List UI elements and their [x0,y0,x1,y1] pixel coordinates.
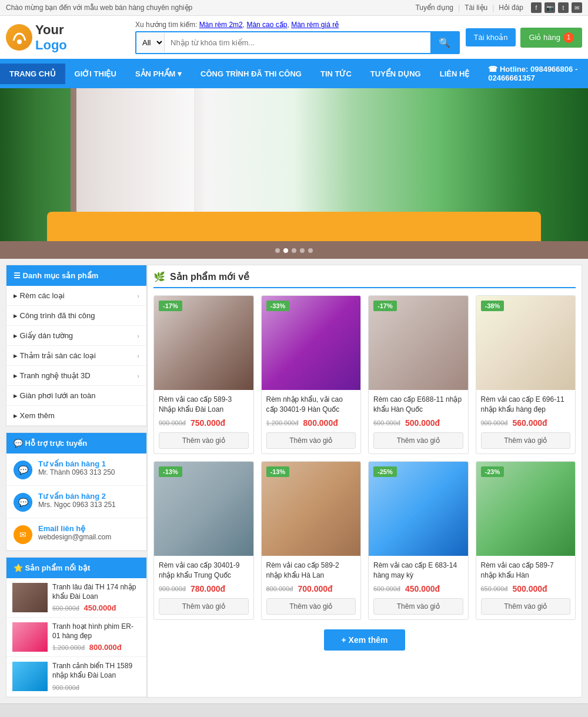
support-name-2[interactable]: Tư vấn bán hàng 2 [38,492,139,501]
nav-trang-chu[interactable]: TRANG CHỦ [0,64,65,84]
nav-cong-trinh[interactable]: CÔNG TRÌNH ĐÃ THI CÔNG [191,64,311,84]
account-button[interactable]: Tài khoản [466,28,516,46]
featured-img-2 [12,622,48,652]
sidebar: ☰ Danh mục sản phẩm ▸ Rèm các loại › ▸ C… [6,265,147,698]
top-bar: Chào mừng bạn đến với mẫu web bán hàng c… [0,0,588,16]
search-input[interactable] [165,34,430,52]
arrow-icon-3: › [137,352,139,359]
email-support-icon: ✉ [14,525,32,544]
new-price-8: 500.000đ [512,584,547,593]
product-name-3: Rèm cao cấp E688-11 nhập khẩu Hàn Quốc [373,395,463,415]
support-section: 💬 Hỗ trợ trực tuyến 💬 Tư vấn bán hàng 1 … [6,432,147,551]
discount-badge-5: -13% [159,466,182,477]
email-icon[interactable]: ✉ [572,2,582,13]
hero-image [0,88,588,259]
cat-tham[interactable]: ▸ Thảm trải sàn các loại › [6,346,146,366]
trend-link-2[interactable]: Màn cao cấp [246,21,287,29]
nav-tuyen-dung[interactable]: TUYỂN DỤNG [361,64,430,84]
search-bar: All 🔍 [135,31,460,54]
support-item-2: 💬 Tư vấn bán hàng 2 Mrs. Ngọc 0963 313 2… [6,486,146,518]
add-cart-btn-8[interactable]: Thêm vào giỏ [481,598,571,615]
add-cart-btn-3[interactable]: Thêm vào giỏ [373,432,463,449]
add-cart-btn-5[interactable]: Thêm vào giỏ [159,598,249,615]
old-price-3: 600.000đ [373,419,400,426]
search-button[interactable]: 🔍 [430,32,459,53]
logo-logo: Logo [35,38,129,53]
product-name-5: Rèm vải cao cấp 30401-9 nhập khẩu Trung … [159,561,249,581]
cart-button[interactable]: Giỏ hàng 1 [520,28,582,48]
nav-san-pham[interactable]: SẢN PHẨM ▾ [126,64,191,84]
hero-dots [275,248,313,253]
product-card-8: -23% Rèm vải cao cấp 589-7 nhập khẩu Hàn… [476,461,576,620]
cat-xem-them[interactable]: ▸ Xem thêm [6,406,146,426]
old-price-5: 900.000đ [159,585,186,592]
product-name-1: Rèm vải cao cấp 589-3 Nhập khẩu Đài Loan [159,395,249,415]
add-cart-btn-4[interactable]: Thêm vào giỏ [481,432,571,449]
featured-item-2[interactable]: Tranh hoạt hình phim ER-01 hàng đẹp 1.20… [6,618,146,657]
new-price-4: 560.000đ [512,418,547,428]
product-name-7: Rèm vải cao cấp E 683-14 hàng may kỳ [373,561,463,581]
hero-dot-5[interactable] [308,248,313,253]
add-cart-btn-2[interactable]: Thêm vào giỏ [266,432,356,449]
support-detail-2: Mrs. Ngọc 0963 313 251 [38,501,139,509]
product-card-3: -17% Rèm cao cấp E688-11 nhập khẩu Hàn Q… [368,295,469,454]
product-name-6: Rèm vải cao cấp 589-2 nhập khẩu Hà Lan [266,561,356,581]
new-price-1: 750.000đ [191,418,225,428]
product-card-7: -25% Rèm vải cao cấp E 683-14 hàng may k… [368,461,469,620]
cat-rem[interactable]: ▸ Rèm các loại › [6,286,146,306]
add-cart-btn-7[interactable]: Thêm vào giỏ [373,598,463,615]
arrow-icon: › [137,292,139,299]
hero-dot-4[interactable] [300,248,305,253]
cart-badge: 1 [563,32,574,43]
link-tai-lieu[interactable]: Tài liệu [465,4,487,12]
featured-title: ⭐ Sản phẩm nổi bật [6,558,146,578]
product-name-2: Rèm nhập khẩu, vải cao cấp 30401-9 Hàn Q… [266,395,356,415]
top-bar-welcome: Chào mừng bạn đến với mẫu web bán hàng c… [6,4,192,12]
nav-gioi-thieu[interactable]: GIỚI THIỆU [65,64,126,84]
link-tuyen-dung[interactable]: Tuyển dụng [415,4,453,12]
hero-dot-2[interactable] [283,248,288,253]
support-name-1[interactable]: Tư vấn bán hàng 1 [38,459,139,468]
arrow-icon-2: › [137,332,139,339]
logo[interactable]: YourLogo [6,22,129,53]
trend-link-3[interactable]: Màn rèm giá rẻ [291,21,339,29]
old-price-1: 900.000đ [159,419,186,426]
cat-cong-trinh[interactable]: ▸ Công trình đã thi công [6,306,146,326]
featured-old-price-3: 900.000đ [52,684,79,691]
add-cart-btn-1[interactable]: Thêm vào giỏ [159,432,249,449]
cat-giay[interactable]: ▸ Giấy dán tường › [6,326,146,346]
view-more-button[interactable]: + Xem thêm [324,629,406,651]
featured-item-3[interactable]: Tranh cảnh biển TH 1589 nhập khẩu Đài Lo… [6,657,146,696]
cat-gian[interactable]: ▸ Giàn phơi lưới an toàn [6,386,146,406]
logo-your: Your [35,22,64,37]
products-grid: -17% Rèm vải cao cấp 589-3 Nhập khẩu Đài… [153,295,576,620]
social-icons: f 📷 t ✉ [531,2,582,13]
hero-dot-3[interactable] [292,248,296,253]
support-name-3[interactable]: Email liên hệ [38,524,139,533]
nav-lien-he[interactable]: LIÊN HỆ [430,64,479,84]
search-trends: Xu hướng tìm kiếm: Màn rèm 2m2, Màn cao … [135,21,460,29]
top-bar-right: Tuyển dụng | Tài liệu | Hỏi đáp f 📷 t ✉ [415,2,582,13]
hero-dot-1[interactable] [275,248,280,253]
search-category-select[interactable]: All [136,33,165,52]
support-item-3: ✉ Email liên hệ webdesign@gmail.com [6,518,146,551]
trend-link-1[interactable]: Màn rèm 2m2 [199,21,243,29]
logo-text: YourLogo [35,22,129,53]
twitter-icon[interactable]: t [558,2,569,13]
instagram-icon[interactable]: 📷 [544,2,555,13]
featured-item-1[interactable]: Tranh lâu đài TH 174 nhập khẩu Đài Loan … [6,578,146,618]
discount-badge-1: -17% [159,301,182,311]
cat-tranh[interactable]: ▸ Tranh nghệ thuật 3D › [6,366,146,386]
support-detail-1: Mr. Thành 0963 313 250 [38,468,139,476]
new-price-6: 700.000đ [298,584,332,593]
featured-name-2: Tranh hoạt hình phim ER-01 hàng đẹp [52,622,141,641]
new-price-5: 780.000đ [191,584,225,593]
add-cart-btn-6[interactable]: Thêm vào giỏ [266,598,356,615]
featured-section: ⭐ Sản phẩm nổi bật Tranh lâu đài TH 174 … [6,557,147,698]
link-hoi-dap[interactable]: Hỏi đáp [499,4,523,12]
hotline: ☎ Hotline: 0984966806 - 02466661357 [479,59,588,88]
facebook-icon[interactable]: f [531,2,542,13]
new-price-2: 800.000đ [303,418,338,428]
nav-tin-tuc[interactable]: TIN TỨC [311,64,361,84]
navigation: TRANG CHỦ GIỚI THIỆU SẢN PHẨM ▾ CÔNG TRÌ… [0,59,588,88]
